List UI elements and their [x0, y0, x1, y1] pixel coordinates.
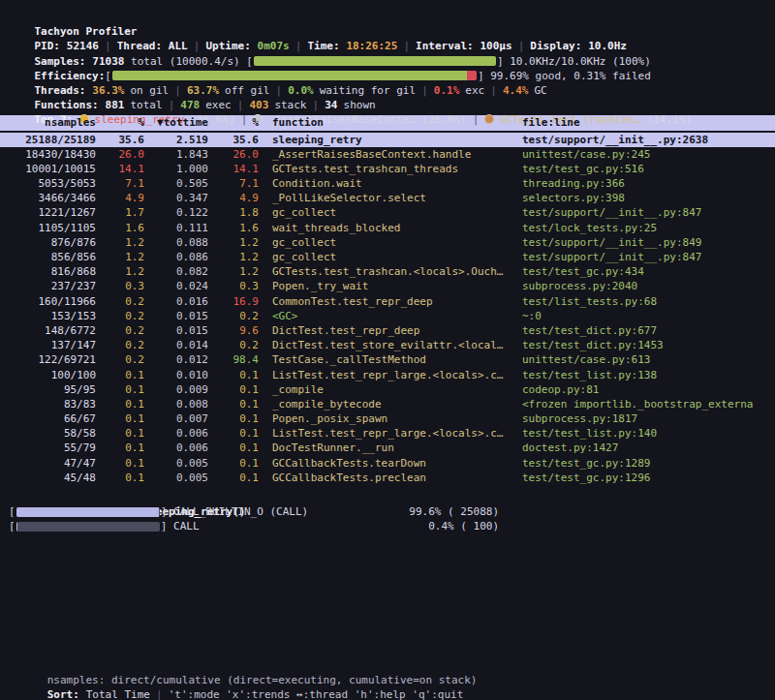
- functions-label: Functions:: [35, 99, 99, 111]
- table-row[interactable]: 5053/5053 7.1 0.505 7.1 Condition.wait t…: [0, 176, 775, 191]
- table-row[interactable]: 83/83 0.1 0.008 0.1 _compile_bytecode <f…: [0, 397, 775, 411]
- cell-file-line: test/test_list.py:140: [522, 426, 775, 441]
- cell-function: _AssertRaisesBaseContext.handle: [272, 147, 522, 162]
- table-row[interactable]: 45/48 0.1 0.005 0.1 GCCallbackTests.prec…: [0, 471, 775, 485]
- table-row[interactable]: 1105/1105 1.6 0.111 1.6 wait_threads_blo…: [0, 221, 775, 235]
- table-row[interactable]: 25188/25189 35.6 2.519 35.6 sleeping_ret…: [0, 133, 775, 147]
- cell-file-line: doctest.py:1427: [522, 441, 775, 455]
- keyboard-shortcuts: 't':mode 'x':trends ↔:thread 'h':help 'q…: [169, 688, 464, 700]
- table-row[interactable]: 55/79 0.1 0.006 0.1 DocTestRunner.__run …: [0, 441, 775, 455]
- stat-text: exec: [205, 99, 232, 111]
- opcodes-title-row: ──Opcodes for sleeping_retry(): [0, 490, 775, 504]
- cell-direct-percent: 0.2: [96, 294, 144, 309]
- cell-direct-percent: 0.1: [96, 411, 144, 426]
- separator: |: [237, 99, 244, 111]
- table-row[interactable]: 100/100 0.1 0.010 0.1 ListTest.test_repr…: [0, 368, 775, 382]
- table-row[interactable]: 58/58 0.1 0.006 0.1 ListTest.test_repr_l…: [0, 426, 775, 441]
- table-row[interactable]: 3466/3466 4.9 0.347 4.9 _PollLikeSelecto…: [0, 191, 775, 205]
- header-cumulative-percent[interactable]: %: [208, 115, 259, 130]
- opcode-bar-fill: [16, 507, 159, 517]
- bar-open-bracket: [: [105, 70, 111, 82]
- header-nsamples[interactable]: nsamples: [9, 115, 96, 130]
- table-body: 25188/25189 35.6 2.519 35.6 sleeping_ret…: [0, 133, 775, 486]
- table-row[interactable]: 160/11966 0.2 0.016 16.9 CommonTest.test…: [0, 294, 775, 309]
- cell-nsamples: 25188/25189: [9, 133, 96, 147]
- cell-cumulative-percent: 0.1: [208, 397, 259, 411]
- stat-item: 4.4%GC: [503, 84, 547, 97]
- cell-nsamples: 122/69721: [9, 352, 96, 367]
- samples-progress-bar: [254, 56, 496, 66]
- cell-cumulative-percent: 1.8: [208, 205, 259, 220]
- cell-direct-percent: 7.1: [96, 176, 144, 191]
- cell-tottime: 0.086: [144, 250, 208, 264]
- table-header[interactable]: nsamples % ▼tottime % function file:line: [0, 115, 775, 130]
- cell-cumulative-percent: 1.2: [208, 264, 259, 279]
- uptime-label: Uptime:: [205, 40, 250, 52]
- cell-nsamples: 237/237: [9, 279, 96, 293]
- table-row[interactable]: 47/47 0.1 0.005 0.1 GCCallbackTests.tear…: [0, 456, 775, 471]
- table-row[interactable]: 10001/10015 14.1 1.000 14.1 GCTests.test…: [0, 162, 775, 176]
- table-row[interactable]: 153/153 0.2 0.015 0.2 <GC> ~:0: [0, 309, 775, 323]
- cell-cumulative-percent: 0.1: [208, 426, 259, 441]
- cell-nsamples: 18430/18430: [9, 147, 96, 162]
- separator: |: [276, 84, 283, 97]
- header-file-line[interactable]: file:line: [522, 115, 775, 130]
- cell-direct-percent: 1.2: [96, 264, 144, 279]
- uptime-value: 0m07s: [258, 40, 290, 52]
- table-row[interactable]: 816/868 1.2 0.082 1.2 GCTests.test_trash…: [0, 264, 775, 279]
- table-row[interactable]: 66/67 0.1 0.007 0.1 Popen._posix_spawn s…: [0, 411, 775, 426]
- stat-text: off gil: [225, 84, 269, 97]
- separator: |: [421, 84, 428, 97]
- cell-file-line: test/lock_tests.py:25: [522, 221, 775, 235]
- cell-direct-percent: 1.7: [96, 205, 144, 220]
- table-row[interactable]: 122/69721 0.2 0.012 98.4 TestCase._callT…: [0, 352, 775, 367]
- stat-value: 403: [249, 99, 268, 111]
- cell-function: CommonTest.test_repr_deep: [272, 294, 522, 309]
- display-value: 10.0Hz: [588, 40, 627, 52]
- header-function[interactable]: function: [272, 115, 522, 130]
- cell-file-line: test/test_gc.py:516: [522, 162, 775, 176]
- cell-cumulative-percent: 0.1: [208, 471, 259, 485]
- table-row[interactable]: 95/95 0.1 0.009 0.1 _compile codeop.py:8…: [0, 382, 775, 397]
- cell-function: GCTests.test_trashcan_threads: [272, 162, 522, 176]
- opcode-bar: [16, 522, 160, 532]
- cell-direct-percent: 0.2: [96, 352, 144, 367]
- table-row[interactable]: 137/147 0.2 0.014 0.2 DictTest.test_stor…: [0, 338, 775, 352]
- samples-detail: total (10000.4/s): [131, 55, 240, 68]
- thread-value[interactable]: ALL: [169, 40, 188, 52]
- table-row[interactable]: 876/876 1.2 0.088 1.2 gc_collect test/su…: [0, 235, 775, 250]
- table-row[interactable]: 856/856 1.2 0.086 1.2 gc_collect test/su…: [0, 250, 775, 264]
- stat-item: 403stack: [249, 99, 306, 111]
- cell-function: DocTestRunner.__run: [272, 441, 522, 455]
- table-row[interactable]: 18430/18430 26.0 1.843 26.0 _AssertRaise…: [0, 147, 775, 162]
- cell-nsamples: 66/67: [9, 411, 96, 426]
- cell-direct-percent: 26.0: [96, 147, 144, 162]
- cell-file-line: test/test_dict.py:677: [522, 323, 775, 338]
- header-direct-percent[interactable]: %: [96, 115, 144, 130]
- header-tottime-sorted[interactable]: ▼tottime: [144, 115, 208, 130]
- cell-file-line: test/support/__init__.py:847: [522, 205, 775, 220]
- cell-direct-percent: 0.1: [96, 382, 144, 397]
- cell-direct-percent: 1.2: [96, 250, 144, 264]
- cell-function: ListTest.test_repr_large.<locals>.c…: [272, 368, 522, 382]
- function-table: nsamples % ▼tottime % function file:line…: [0, 115, 775, 485]
- cell-cumulative-percent: 0.3: [208, 279, 259, 293]
- cell-cumulative-percent: 26.0: [208, 147, 259, 162]
- cell-direct-percent: 0.1: [96, 426, 144, 441]
- cell-nsamples: 153/153: [9, 309, 96, 323]
- stat-text: stack: [274, 99, 306, 111]
- stat-text: shown: [344, 99, 376, 111]
- table-row[interactable]: 148/6772 0.2 0.015 9.6 DictTest.test_rep…: [0, 323, 775, 338]
- cell-direct-percent: 0.2: [96, 338, 144, 352]
- stat-value: 478: [180, 99, 200, 111]
- table-row[interactable]: 1221/1267 1.7 0.122 1.8 gc_collect test/…: [0, 205, 775, 220]
- cell-tottime: 0.006: [144, 441, 208, 455]
- efficiency-bar: [112, 71, 477, 80]
- efficiency-summary: 99.69% good, 0.31% failed: [490, 70, 651, 82]
- cell-direct-percent: 0.1: [96, 471, 144, 485]
- pid-label: PID:: [35, 40, 61, 52]
- table-row[interactable]: 237/237 0.3 0.024 0.3 Popen._try_wait su…: [0, 279, 775, 293]
- stat-item: 0.1%exc: [434, 84, 484, 97]
- cell-nsamples: 137/147: [9, 338, 96, 352]
- opcode-row: [ ] CALL 0.4% ( 100): [0, 519, 775, 533]
